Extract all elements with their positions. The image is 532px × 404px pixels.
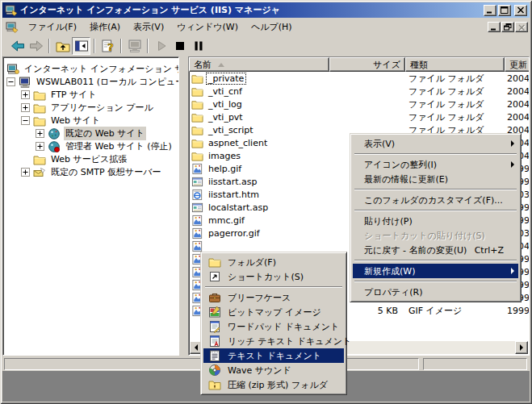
- menu-bar: ファイル(F)操作(A)表示(V)ウィンドウ(W)ヘルプ(H): [2, 19, 530, 35]
- tree-expander[interactable]: [36, 129, 44, 138]
- column-header-1[interactable]: 名前: [189, 57, 329, 72]
- tree-item-label: アプリケーション プール: [49, 101, 155, 115]
- toolbar: ?: [2, 35, 530, 56]
- file-name: mmc.gif: [207, 215, 246, 226]
- tree-expander[interactable]: [21, 168, 30, 177]
- column-header-3[interactable]: 種類: [405, 57, 505, 72]
- mdi-minimize-button[interactable]: [488, 22, 501, 32]
- show-hide-console-tree-button[interactable]: [72, 37, 90, 55]
- submenu-item[interactable]: Wave サウンド: [203, 363, 344, 377]
- asp-icon: [191, 176, 203, 188]
- wave-icon: [208, 364, 221, 377]
- submenu-item[interactable]: ブリーフケース: [203, 290, 344, 305]
- context-menu-item[interactable]: アイコンの整列(I): [353, 157, 518, 172]
- tree-expander[interactable]: [21, 116, 30, 125]
- table-row[interactable]: _vti_cnfファイル フォルダ2004: [189, 85, 529, 98]
- tree-expander[interactable]: [21, 103, 30, 112]
- menubar-item-2[interactable]: 操作(A): [83, 19, 127, 35]
- file-name: _private: [207, 73, 245, 84]
- context-menu-item-label: アイコンの整列(I): [364, 159, 437, 171]
- menubar-item-5[interactable]: ヘルプ(H): [245, 19, 299, 35]
- tree-item[interactable]: アプリケーション プール: [3, 101, 178, 114]
- context-menu-item-label: このフォルダのカスタマイズ(F)...: [364, 194, 503, 206]
- forward-button[interactable]: [27, 37, 45, 55]
- column-header-label: サイズ: [373, 59, 400, 71]
- menubar-item-1[interactable]: ファイル(F): [22, 19, 83, 35]
- start-item-button[interactable]: [152, 37, 170, 55]
- up-one-level-button[interactable]: [53, 37, 72, 55]
- tree-item[interactable]: 管理者 Web サイト (停止): [3, 140, 178, 152]
- column-header-4[interactable]: 更新: [505, 57, 530, 72]
- context-menu-item[interactable]: 表示(V): [353, 136, 518, 151]
- toolbar-separator: [147, 39, 149, 53]
- back-button[interactable]: [8, 37, 27, 55]
- mdi-window-controls: [487, 22, 530, 32]
- tree-item[interactable]: Web サイト: [3, 114, 178, 127]
- mdi-close-button[interactable]: [515, 22, 528, 32]
- menu-separator: [354, 210, 517, 211]
- tree-item[interactable]: WSWLAB011 (ローカル コンピュータ): [3, 75, 178, 88]
- submenu-item[interactable]: リッチ テキスト ドキュメント: [203, 334, 344, 348]
- tree-item-label: Web サービス拡張: [49, 152, 128, 166]
- column-header-2[interactable]: サイズ: [329, 57, 405, 72]
- tree-item[interactable]: インターネット インフォメーション サービス: [3, 62, 178, 75]
- file-name: _vti_log: [207, 99, 244, 110]
- site-stopped-icon: [48, 140, 61, 152]
- submenu-arrow-icon: [511, 268, 514, 274]
- scroll-right-button[interactable]: [515, 341, 528, 354]
- folder-icon: [208, 256, 221, 269]
- table-row[interactable]: _vti_pvtファイル フォルダ2004: [189, 110, 529, 123]
- mdi-restore-button[interactable]: [501, 22, 514, 32]
- richtext-icon: [208, 335, 221, 348]
- close-button[interactable]: [514, 5, 527, 16]
- file-name-cell: _vti_pvt: [189, 111, 329, 123]
- sort-ascending-icon: [218, 63, 224, 67]
- toolbar-separator: [94, 39, 95, 53]
- menubar-item-3[interactable]: 表示(V): [127, 19, 170, 35]
- connect-computer-button[interactable]: [125, 37, 144, 55]
- tree-item[interactable]: 既定の SMTP 仮想サーバー: [3, 165, 178, 178]
- context-menu-item[interactable]: プロパティ(R): [353, 285, 518, 299]
- submenu-item[interactable]: ビットマップ イメージ: [203, 305, 344, 319]
- context-menu-item-label: 貼り付け(P): [364, 215, 413, 227]
- tree-item[interactable]: Web サービス拡張: [3, 152, 178, 165]
- pause-item-button[interactable]: [189, 37, 207, 55]
- submenu-item[interactable]: ショートカット(S): [203, 269, 344, 284]
- file-name-cell: aspnet_client: [189, 137, 329, 149]
- tree-expander[interactable]: [21, 90, 30, 99]
- stop-item-button[interactable]: [170, 37, 189, 55]
- file-name-cell: pagerror.gif: [189, 227, 329, 239]
- shortcut-icon: [208, 270, 221, 283]
- minimize-button[interactable]: [484, 5, 496, 16]
- context-menu-item[interactable]: 貼り付け(P): [353, 214, 518, 228]
- list-header: 名前サイズ種類更新: [189, 57, 529, 72]
- submenu-item[interactable]: 圧縮 (zip 形式) フォルダ: [203, 377, 344, 392]
- folder-icon: [33, 89, 46, 101]
- submenu-item[interactable]: フォルダ(F): [203, 255, 344, 269]
- help-button[interactable]: ?: [98, 37, 117, 55]
- site-icon: [48, 127, 61, 140]
- submenu-arrow-icon: [511, 140, 514, 147]
- maximize-button[interactable]: [498, 5, 511, 16]
- menu-separator: [354, 260, 517, 261]
- context-menu: 表示(V)アイコンの整列(I)最新の情報に更新(E)このフォルダのカスタマイズ(…: [350, 133, 522, 302]
- context-menu-item[interactable]: ショートカットの貼り付け(S): [353, 228, 518, 243]
- tree-expander[interactable]: [36, 142, 44, 151]
- file-name: iisstart.asp: [207, 177, 258, 187]
- tree-item-label: 既定の SMTP 仮想サーバー: [49, 165, 163, 179]
- submenu-item[interactable]: ワードパッド ドキュメント: [203, 319, 344, 334]
- tree-item[interactable]: 既定の Web サイト: [3, 127, 178, 140]
- tree-item[interactable]: FTP サイト: [3, 88, 178, 101]
- menubar-item-4[interactable]: ウィンドウ(W): [170, 19, 245, 35]
- context-menu-item[interactable]: 新規作成(W): [353, 264, 518, 278]
- folder-icon: [33, 102, 46, 114]
- zip-icon: [208, 378, 221, 391]
- context-menu-item[interactable]: 元に戻す - 名前の変更(U)Ctrl+Z: [353, 243, 518, 257]
- submenu-item-label: テキスト ドキュメント: [228, 350, 321, 362]
- table-row[interactable]: _vti_logファイル フォルダ2004: [189, 98, 529, 110]
- submenu-item[interactable]: テキスト ドキュメント: [203, 348, 344, 363]
- context-menu-item[interactable]: このフォルダのカスタマイズ(F)...: [353, 193, 518, 207]
- context-menu-item[interactable]: 最新の情報に更新(E): [353, 172, 518, 186]
- tree-expander[interactable]: [6, 77, 15, 86]
- table-row[interactable]: _privateファイル フォルダ2004: [189, 72, 529, 85]
